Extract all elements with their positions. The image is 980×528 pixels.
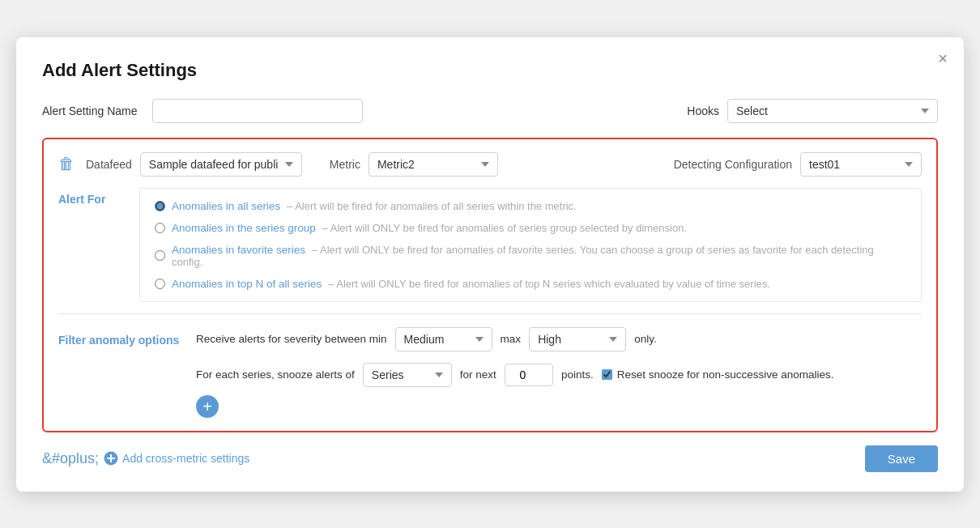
severity-max-label: max: [501, 333, 522, 345]
alert-for-label: Alert For: [58, 188, 123, 302]
radio-label-series-group: Anomalies in the series group: [172, 222, 316, 234]
snooze-label: For each series, snooze alerts of: [196, 368, 355, 381]
close-button[interactable]: ×: [938, 50, 948, 66]
save-button[interactable]: Save: [865, 445, 938, 472]
alert-settings-section: 🗑 Datafeed Sample datafeed for public Me…: [42, 138, 938, 432]
radio-label-favorite: Anomalies in favorite series: [172, 244, 305, 256]
detecting-config-select[interactable]: test01: [800, 152, 922, 177]
radio-row-series-group: Anomalies in the series group – Alert wi…: [155, 222, 906, 234]
metric-label: Metric: [330, 158, 360, 171]
metric-select[interactable]: Metric2: [369, 152, 498, 177]
reset-snooze-checkbox[interactable]: [602, 369, 612, 380]
alert-name-label: Alert Setting Name: [42, 104, 138, 117]
severity-min-select[interactable]: Low Medium High Critical: [395, 327, 492, 351]
alert-for-options: Anomalies in all series – Alert will be …: [139, 188, 922, 302]
for-next-label: for next: [460, 368, 496, 381]
add-cross-label: Add cross-metric settings: [122, 452, 249, 465]
add-filter-button[interactable]: +: [196, 395, 219, 418]
radio-label-all-series: Anomalies in all series: [172, 200, 280, 212]
radio-top-n[interactable]: [155, 279, 165, 289]
points-label: points.: [561, 368, 594, 381]
plus-circle-icon: [104, 451, 118, 466]
filter-label: Filter anomaly options: [58, 327, 180, 418]
hooks-label: Hooks: [687, 104, 719, 117]
reset-snooze-label[interactable]: Reset snooze for non-successive anomalie…: [602, 368, 834, 381]
filter-content: Receive alerts for severity between min …: [196, 327, 922, 418]
datafeed-label: Datafeed: [86, 158, 132, 171]
radio-desc-series-group: – Alert will ONLY be fired for anomalies…: [322, 222, 687, 234]
radio-row-favorite: Anomalies in favorite series – Alert wil…: [155, 244, 906, 268]
add-cross-icon: &#oplus;: [42, 450, 99, 467]
radio-desc-top-n: – Alert will ONLY be fired for anomalies…: [328, 278, 770, 290]
radio-all-series[interactable]: [155, 201, 165, 211]
snooze-value-input[interactable]: [505, 364, 553, 386]
snooze-type-select[interactable]: Series Metric: [363, 363, 452, 387]
radio-series-group[interactable]: [155, 223, 165, 233]
only-text: only.: [634, 333, 657, 345]
hooks-select[interactable]: Select: [727, 99, 938, 123]
delete-icon[interactable]: 🗑: [58, 155, 75, 173]
radio-row-top-n: Anomalies in top N of all series – Alert…: [155, 278, 906, 290]
severity-label: Receive alerts for severity between min: [196, 333, 387, 345]
radio-label-top-n: Anomalies in top N of all series: [172, 278, 322, 290]
detecting-config-label: Detecting Configuration: [674, 158, 792, 171]
modal-title: Add Alert Settings: [42, 60, 938, 81]
add-cross-metric-button[interactable]: &#oplus; Add cross-metric settings: [42, 450, 249, 467]
severity-max-select[interactable]: Low Medium High Critical: [529, 327, 626, 351]
alert-name-input[interactable]: [152, 99, 363, 123]
radio-row-all-series: Anomalies in all series – Alert will be …: [155, 200, 906, 212]
datafeed-select[interactable]: Sample datafeed for public: [140, 152, 302, 177]
reset-snooze-text: Reset snooze for non-successive anomalie…: [617, 368, 834, 381]
radio-desc-all-series: – Alert will be fired for anomalies of a…: [287, 200, 577, 212]
radio-favorite-series[interactable]: [155, 250, 165, 261]
